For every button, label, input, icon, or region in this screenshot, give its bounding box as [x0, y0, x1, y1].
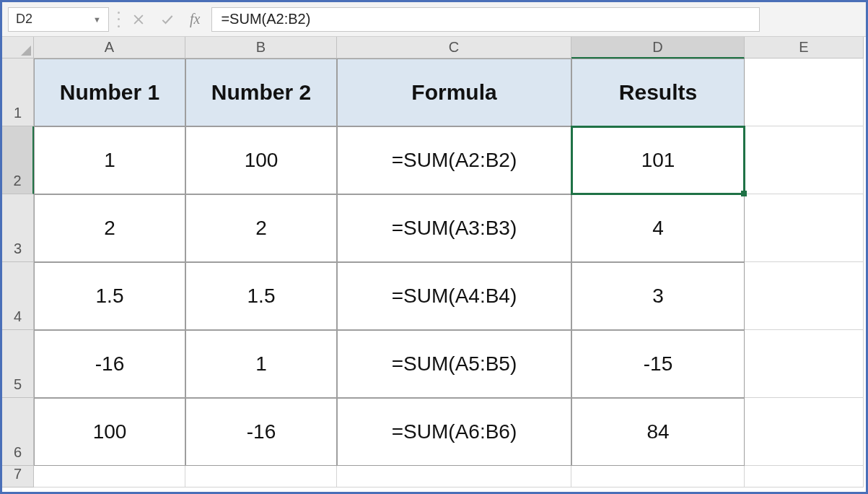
cell-a4[interactable]: 1.5	[34, 262, 185, 330]
cell-e5[interactable]	[745, 330, 864, 398]
cell-d5[interactable]: -15	[571, 330, 745, 398]
row-head-4[interactable]: 4	[2, 262, 34, 330]
cell-e2[interactable]	[745, 126, 864, 194]
chevron-down-icon: ▼	[93, 15, 101, 24]
name-box[interactable]: D2 ▼	[8, 7, 109, 32]
separator-dots-icon	[116, 12, 120, 27]
cell-d7[interactable]	[571, 466, 745, 488]
cell-c5[interactable]: =SUM(A5:B5)	[337, 330, 571, 398]
cell-a7[interactable]	[34, 466, 185, 488]
row-head-1[interactable]: 1	[2, 58, 34, 126]
col-head-b[interactable]: B	[185, 37, 337, 58]
cell-a2[interactable]: 1	[34, 126, 185, 194]
cell-c7[interactable]	[337, 466, 571, 488]
cell-e3[interactable]	[745, 194, 864, 262]
cell-c1[interactable]: Formula	[337, 58, 571, 126]
cell-d3[interactable]: 4	[571, 194, 745, 262]
spreadsheet-grid: A B C D E 1 Number 1 Number 2 Formula Re…	[2, 37, 866, 488]
col-head-d[interactable]: D	[571, 37, 745, 58]
cell-a1[interactable]: Number 1	[34, 58, 185, 126]
fx-label[interactable]: fx	[185, 11, 204, 27]
col-head-c[interactable]: C	[337, 37, 571, 58]
cell-e7[interactable]	[745, 466, 864, 488]
row-head-5[interactable]: 5	[2, 330, 34, 398]
cell-b2[interactable]: 100	[185, 126, 337, 194]
row-head-2[interactable]: 2	[2, 126, 34, 194]
formula-input-value: =SUM(A2:B2)	[221, 11, 310, 27]
cell-c6[interactable]: =SUM(A6:B6)	[337, 398, 571, 466]
cell-b3[interactable]: 2	[185, 194, 337, 262]
cell-b1[interactable]: Number 2	[185, 58, 337, 126]
cell-e4[interactable]	[745, 262, 864, 330]
cell-b6[interactable]: -16	[185, 398, 337, 466]
cell-d1[interactable]: Results	[571, 58, 745, 126]
name-box-value: D2	[16, 12, 32, 27]
cell-c3[interactable]: =SUM(A3:B3)	[337, 194, 571, 262]
cell-d2[interactable]: 101	[571, 126, 745, 194]
row-head-6[interactable]: 6	[2, 398, 34, 466]
col-head-a[interactable]: A	[34, 37, 185, 58]
cell-b4[interactable]: 1.5	[185, 262, 337, 330]
cell-b5[interactable]: 1	[185, 330, 337, 398]
select-all-corner[interactable]	[2, 37, 34, 58]
cell-e1[interactable]	[745, 58, 864, 126]
confirm-icon[interactable]	[157, 9, 178, 30]
cell-c4[interactable]: =SUM(A4:B4)	[337, 262, 571, 330]
cell-c2[interactable]: =SUM(A2:B2)	[337, 126, 571, 194]
cell-b7[interactable]	[185, 466, 337, 488]
col-head-e[interactable]: E	[745, 37, 864, 58]
cell-d6[interactable]: 84	[571, 398, 745, 466]
row-head-7[interactable]: 7	[2, 466, 34, 488]
cell-a6[interactable]: 100	[34, 398, 185, 466]
formula-bar: D2 ▼ fx =SUM(A2:B2)	[2, 2, 866, 37]
cell-d4[interactable]: 3	[571, 262, 745, 330]
formula-input[interactable]: =SUM(A2:B2)	[211, 7, 760, 32]
row-head-3[interactable]: 3	[2, 194, 34, 262]
cell-a3[interactable]: 2	[34, 194, 185, 262]
cell-e6[interactable]	[745, 398, 864, 466]
cell-a5[interactable]: -16	[34, 330, 185, 398]
cancel-icon[interactable]	[128, 9, 149, 30]
